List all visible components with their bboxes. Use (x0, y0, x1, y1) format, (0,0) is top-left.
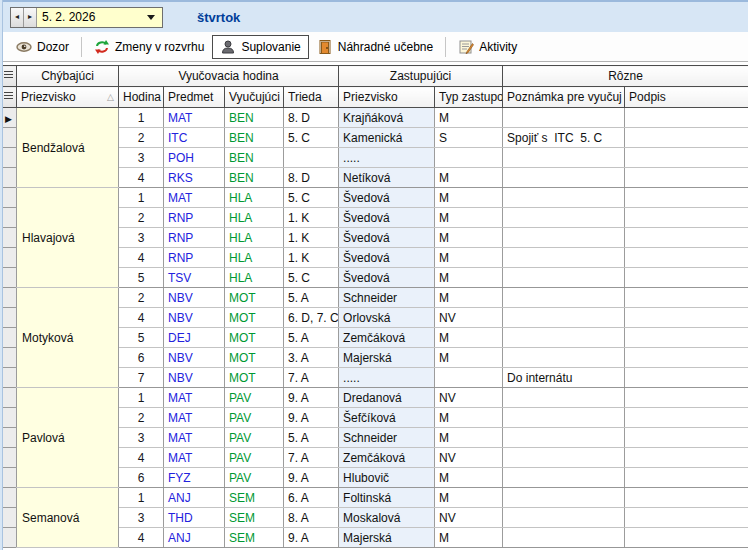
missing-teacher-cell[interactable]: Pavlová (17, 388, 119, 488)
cell-zastupujuci[interactable]: Švedová (339, 228, 435, 248)
cell-predmet[interactable]: POH (164, 148, 225, 168)
cell-poznamka[interactable] (503, 148, 625, 168)
cell-trieda[interactable]: 5. A (284, 328, 339, 348)
cell-trieda[interactable]: 5. A (284, 288, 339, 308)
cell-poznamka[interactable] (503, 308, 625, 328)
cell-typ[interactable]: NV (435, 508, 503, 528)
cell-hodina[interactable]: 3 (119, 508, 164, 528)
cell-typ[interactable]: M (435, 228, 503, 248)
cell-typ[interactable]: M (435, 108, 503, 128)
cell-predmet[interactable]: FYZ (164, 468, 225, 488)
date-field[interactable]: 5. 2. 2026 (37, 8, 140, 27)
cell-trieda[interactable]: 9. A (284, 528, 339, 548)
cell-zastupujuci[interactable]: ..... (339, 148, 435, 168)
cell-hodina[interactable]: 5 (119, 328, 164, 348)
cell-poznamka[interactable] (503, 488, 625, 508)
cell-typ[interactable]: M (435, 528, 503, 548)
cell-predmet[interactable]: NBV (164, 348, 225, 368)
cell-zastupujuci[interactable]: Krajňáková (339, 108, 435, 128)
aktivity-button[interactable]: Aktivity (450, 35, 525, 59)
cell-zastupujuci[interactable]: Netíková (339, 168, 435, 188)
cell-predmet[interactable]: MAT (164, 188, 225, 208)
cell-trieda[interactable]: 5. C (284, 188, 339, 208)
missing-teacher-cell[interactable]: Bendžalová (17, 108, 119, 188)
cell-trieda[interactable] (284, 148, 339, 168)
cell-zastupujuci[interactable]: Hlubovič (339, 468, 435, 488)
cell-typ[interactable] (435, 368, 503, 388)
cell-hodina[interactable]: 3 (119, 428, 164, 448)
date-dropdown-button[interactable] (140, 8, 162, 27)
cell-zastupujuci[interactable]: Foltinská (339, 488, 435, 508)
cell-podpis[interactable] (625, 388, 748, 408)
cell-trieda[interactable]: 7. A (284, 448, 339, 468)
cell-typ[interactable]: M (435, 328, 503, 348)
cell-hodina[interactable]: 2 (119, 408, 164, 428)
cell-zastupujuci[interactable]: ..... (339, 368, 435, 388)
cell-trieda[interactable]: 8. A (284, 508, 339, 528)
cell-vyucujuci[interactable]: BEN (225, 168, 284, 188)
cell-trieda[interactable]: 1. K (284, 248, 339, 268)
cell-poznamka[interactable] (503, 408, 625, 428)
cell-typ[interactable]: M (435, 208, 503, 228)
column-header-trieda[interactable]: Trieda (284, 87, 339, 108)
cell-trieda[interactable]: 8. D (284, 168, 339, 188)
cell-predmet[interactable]: RNP (164, 208, 225, 228)
cell-vyucujuci[interactable]: HLA (225, 188, 284, 208)
cell-podpis[interactable] (625, 328, 748, 348)
cell-vyucujuci[interactable]: HLA (225, 228, 284, 248)
cell-predmet[interactable]: DEJ (164, 328, 225, 348)
cell-hodina[interactable]: 2 (119, 128, 164, 148)
cell-podpis[interactable] (625, 248, 748, 268)
cell-hodina[interactable]: 2 (119, 288, 164, 308)
cell-podpis[interactable] (625, 348, 748, 368)
suplovanie-button[interactable]: Suplovanie (212, 35, 308, 59)
cell-podpis[interactable] (625, 228, 748, 248)
cell-podpis[interactable] (625, 508, 748, 528)
date-next-button[interactable]: ▸ (24, 8, 37, 27)
cell-typ[interactable]: M (435, 248, 503, 268)
zmeny-v-rozvrhu-button[interactable]: Zmeny v rozvrhu (86, 35, 212, 59)
cell-zastupujuci[interactable]: Orlovská (339, 308, 435, 328)
cell-hodina[interactable]: 2 (119, 208, 164, 228)
cell-poznamka[interactable] (503, 528, 625, 548)
cell-hodina[interactable]: 6 (119, 468, 164, 488)
cell-podpis[interactable] (625, 288, 748, 308)
column-header-poznamka[interactable]: Poznámka pre vyučuj (503, 87, 625, 108)
cell-zastupujuci[interactable]: Kamenická (339, 128, 435, 148)
cell-predmet[interactable]: RNP (164, 228, 225, 248)
cell-hodina[interactable]: 1 (119, 388, 164, 408)
cell-hodina[interactable]: 3 (119, 228, 164, 248)
cell-zastupujuci[interactable]: Moskalová (339, 508, 435, 528)
cell-typ[interactable]: M (435, 188, 503, 208)
cell-trieda[interactable]: 1. K (284, 208, 339, 228)
cell-vyucujuci[interactable]: SEM (225, 508, 284, 528)
cell-trieda[interactable]: 1. K (284, 228, 339, 248)
cell-vyucujuci[interactable]: PAV (225, 428, 284, 448)
cell-hodina[interactable]: 1 (119, 188, 164, 208)
cell-vyucujuci[interactable]: MOT (225, 288, 284, 308)
cell-zastupujuci[interactable]: Majerská (339, 528, 435, 548)
cell-zastupujuci[interactable]: Švedová (339, 188, 435, 208)
cell-predmet[interactable]: MAT (164, 428, 225, 448)
cell-hodina[interactable]: 7 (119, 368, 164, 388)
cell-podpis[interactable] (625, 368, 748, 388)
cell-podpis[interactable] (625, 168, 748, 188)
cell-vyucujuci[interactable]: BEN (225, 128, 284, 148)
cell-trieda[interactable]: 3. A (284, 348, 339, 368)
cell-zastupujuci[interactable]: Zemčáková (339, 448, 435, 468)
cell-poznamka[interactable]: Do internátu (503, 368, 625, 388)
cell-predmet[interactable]: ANJ (164, 528, 225, 548)
cell-predmet[interactable]: NBV (164, 368, 225, 388)
cell-poznamka[interactable] (503, 328, 625, 348)
cell-typ[interactable]: M (435, 168, 503, 188)
cell-podpis[interactable] (625, 268, 748, 288)
cell-vyucujuci[interactable]: HLA (225, 208, 284, 228)
cell-trieda[interactable]: 7. A (284, 368, 339, 388)
cell-podpis[interactable] (625, 308, 748, 328)
cell-hodina[interactable]: 3 (119, 148, 164, 168)
column-header-priezvisko-zastupujuci[interactable]: Priezvisko (339, 87, 435, 108)
cell-poznamka[interactable] (503, 448, 625, 468)
cell-vyucujuci[interactable]: MOT (225, 368, 284, 388)
cell-hodina[interactable]: 4 (119, 308, 164, 328)
cell-poznamka[interactable] (503, 188, 625, 208)
